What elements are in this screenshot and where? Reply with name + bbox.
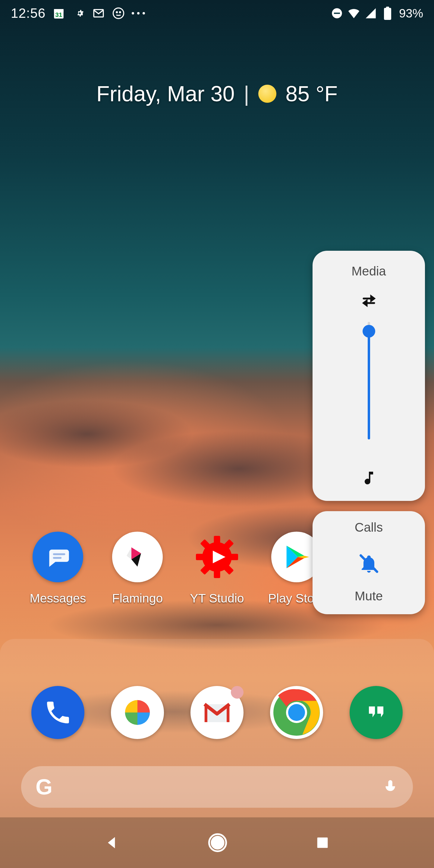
svg-rect-10 [384, 8, 391, 20]
calendar-icon: 31 [52, 7, 65, 20]
chrome-icon [271, 687, 322, 738]
volume-slider-thumb[interactable] [363, 325, 375, 338]
volume-panel-calls: Calls Mute [313, 511, 425, 614]
svg-point-3 [79, 12, 81, 14]
volume-calls-status: Mute [355, 589, 383, 603]
svg-rect-16 [214, 569, 220, 578]
output-switch-icon[interactable] [360, 292, 378, 310]
gmail-icon [200, 696, 234, 729]
svg-rect-15 [214, 536, 220, 544]
dock-chrome[interactable] [270, 686, 323, 739]
navigation-bar [0, 817, 434, 868]
app-label: Flamingo [112, 591, 163, 606]
date-weather-widget[interactable]: Friday, Mar 30 | 85 °F [0, 82, 434, 106]
status-bar: 12:56 31 [0, 0, 434, 27]
svg-rect-18 [230, 554, 238, 560]
gmail-icon [92, 7, 105, 20]
music-note-icon[interactable] [361, 470, 377, 487]
svg-point-7 [120, 12, 121, 13]
svg-marker-30 [371, 296, 374, 301]
svg-rect-29 [317, 838, 328, 848]
nav-recents[interactable] [315, 835, 330, 850]
hangouts-icon [362, 698, 391, 727]
play-store-icon [281, 542, 312, 572]
flamingo-icon [123, 542, 152, 571]
dock-photos[interactable] [111, 686, 164, 739]
volume-slider[interactable] [368, 322, 370, 439]
dock-gmail[interactable] [190, 686, 244, 739]
mic-icon[interactable] [382, 779, 398, 795]
notification-dot [231, 686, 244, 699]
gear-icon [72, 7, 85, 20]
cell-icon [364, 7, 377, 20]
svg-rect-17 [196, 554, 204, 560]
date-text[interactable]: Friday, Mar 30 [96, 82, 235, 106]
svg-point-28 [212, 837, 224, 849]
dock-row [0, 686, 434, 739]
wifi-icon [347, 7, 361, 20]
svg-rect-11 [386, 7, 389, 8]
google-logo: G [36, 775, 53, 799]
svg-rect-13 [53, 557, 62, 559]
app-label: Messages [30, 591, 86, 606]
svg-text:31: 31 [55, 11, 62, 18]
sunny-icon [258, 85, 276, 103]
messages-icon [43, 542, 73, 572]
app-messages[interactable]: Messages [29, 532, 87, 606]
photos-icon [121, 696, 154, 729]
yt-studio-icon [192, 528, 242, 586]
nav-home[interactable] [207, 832, 228, 853]
nav-back[interactable] [104, 834, 121, 851]
battery-icon [381, 7, 394, 20]
svg-point-6 [116, 12, 118, 13]
svg-rect-12 [53, 553, 65, 555]
app-yt-studio[interactable]: YT Studio [188, 532, 246, 606]
svg-point-5 [113, 8, 124, 19]
svg-rect-9 [334, 13, 340, 14]
dock-hangouts[interactable] [350, 686, 403, 739]
bell-off-icon[interactable] [358, 553, 380, 575]
volume-calls-title: Calls [355, 520, 383, 535]
more-icon [132, 7, 145, 20]
phone-icon [43, 698, 72, 727]
volume-media-title: Media [351, 264, 386, 278]
dnd-icon [330, 7, 344, 20]
temperature-text[interactable]: 85 °F [285, 82, 338, 106]
svg-marker-31 [364, 301, 367, 305]
volume-panel-media: Media [313, 251, 425, 501]
svg-point-26 [288, 704, 305, 721]
google-search-bar[interactable]: G [21, 766, 413, 808]
battery-percent: 93% [399, 7, 423, 20]
dock-phone[interactable] [31, 686, 84, 739]
app-flamingo[interactable]: Flamingo [109, 532, 166, 606]
app-label: YT Studio [190, 591, 244, 606]
status-time: 12:56 [11, 6, 45, 21]
volume-slider-fill [368, 331, 370, 439]
home-screen[interactable]: 12:56 31 [0, 0, 434, 868]
face-icon [112, 7, 125, 20]
widget-separator: | [244, 82, 250, 106]
